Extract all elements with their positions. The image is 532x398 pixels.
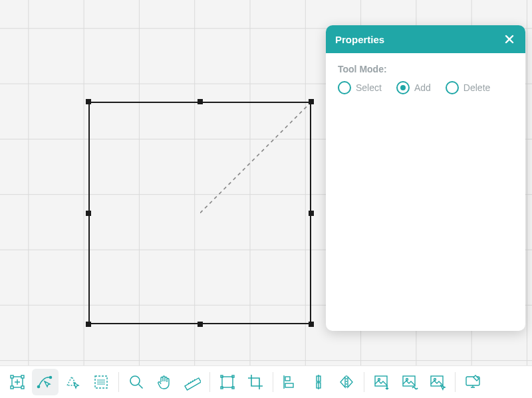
properties-panel: Properties Tool Mode: Select Add Delete — [326, 25, 525, 331]
lasso-select-tool[interactable] — [60, 369, 86, 395]
magnifier-icon — [128, 373, 145, 391]
image-export-tool[interactable] — [424, 369, 451, 395]
resize-handle-top-right[interactable] — [309, 99, 314, 104]
svg-point-7 — [49, 376, 51, 378]
selected-rectangle-shape[interactable] — [88, 102, 311, 324]
toolbar-separator — [364, 372, 364, 392]
crop-tool[interactable] — [242, 369, 269, 395]
svg-rect-22 — [403, 376, 415, 386]
svg-rect-10 — [185, 378, 201, 390]
ruler-icon — [184, 373, 201, 391]
svg-point-21 — [378, 379, 380, 381]
image-cursor-icon — [429, 373, 446, 391]
bounding-box-tool[interactable] — [214, 369, 241, 395]
node-cursor-icon — [37, 373, 54, 391]
bottom-toolbar — [0, 365, 532, 398]
pan-tool[interactable] — [151, 369, 178, 395]
svg-rect-20 — [375, 376, 387, 386]
mirror-horizontal-tool[interactable] — [333, 369, 360, 395]
zoom-tool[interactable] — [123, 369, 150, 395]
marquee-icon — [92, 373, 110, 391]
toolbar-separator — [455, 372, 456, 392]
crop-icon — [247, 373, 264, 391]
svg-point-6 — [37, 385, 39, 387]
tool-mode-select-radio[interactable]: Select — [338, 81, 382, 94]
svg-rect-4 — [11, 386, 13, 389]
resize-handle-bottom-right[interactable] — [309, 322, 314, 327]
tool-mode-label: Tool Mode: — [338, 64, 513, 74]
resize-handle-middle-right[interactable] — [309, 211, 314, 216]
bounding-box-arrows-icon — [9, 373, 26, 391]
svg-point-25 — [434, 379, 436, 381]
resize-handle-bottom-middle[interactable] — [198, 322, 203, 327]
ruler-tool[interactable] — [179, 369, 205, 395]
image-wave-icon — [401, 373, 418, 391]
svg-rect-5 — [21, 386, 24, 389]
monitor-brush-icon — [464, 373, 481, 391]
mirror-icon — [338, 373, 355, 391]
resize-handle-middle-left[interactable] — [86, 211, 91, 216]
radio-label: Add — [414, 82, 431, 93]
properties-panel-body: Tool Mode: Select Add Delete — [326, 53, 525, 331]
lasso-cursor-icon — [65, 373, 82, 391]
align-horizontal-icon — [282, 373, 299, 391]
properties-panel-title: Properties — [335, 34, 384, 45]
align-vertical-tool[interactable] — [305, 369, 332, 395]
marquee-select-tool[interactable] — [88, 369, 114, 395]
svg-rect-2 — [11, 375, 13, 378]
tool-mode-delete-radio[interactable]: Delete — [446, 81, 490, 94]
shape-outline — [88, 102, 311, 324]
toolbar-separator — [118, 372, 119, 392]
svg-point-23 — [406, 379, 408, 381]
radio-icon — [396, 81, 410, 94]
screen-preview-tool[interactable] — [460, 369, 486, 395]
align-distribute-tool[interactable] — [277, 369, 304, 395]
svg-rect-16 — [285, 377, 290, 381]
tool-mode-add-radio[interactable]: Add — [396, 81, 431, 94]
rect-handles-icon — [219, 373, 236, 391]
radio-icon — [446, 81, 459, 94]
resize-handle-top-left[interactable] — [86, 99, 91, 104]
radio-icon — [338, 81, 351, 94]
image-down-icon — [373, 373, 390, 391]
image-trace-tool[interactable] — [396, 369, 423, 395]
resize-handle-top-middle[interactable] — [198, 99, 203, 104]
radio-label: Select — [356, 82, 382, 93]
select-transform-tool[interactable] — [4, 369, 31, 395]
hand-icon — [156, 373, 173, 391]
toolbar-separator — [209, 372, 210, 392]
toolbar-separator — [273, 372, 273, 392]
svg-rect-17 — [285, 383, 293, 387]
properties-panel-header[interactable]: Properties — [326, 25, 525, 53]
resize-handle-bottom-left[interactable] — [86, 322, 91, 327]
radio-label: Delete — [464, 82, 490, 93]
svg-rect-24 — [431, 376, 443, 386]
tool-mode-radio-group: Select Add Delete — [338, 81, 513, 94]
close-icon[interactable] — [503, 33, 516, 46]
node-edit-tool[interactable] — [32, 369, 59, 395]
align-vertical-icon — [310, 373, 327, 391]
svg-rect-11 — [222, 377, 233, 387]
svg-point-9 — [130, 376, 140, 385]
image-import-tool[interactable] — [368, 369, 395, 395]
svg-rect-3 — [21, 375, 24, 378]
